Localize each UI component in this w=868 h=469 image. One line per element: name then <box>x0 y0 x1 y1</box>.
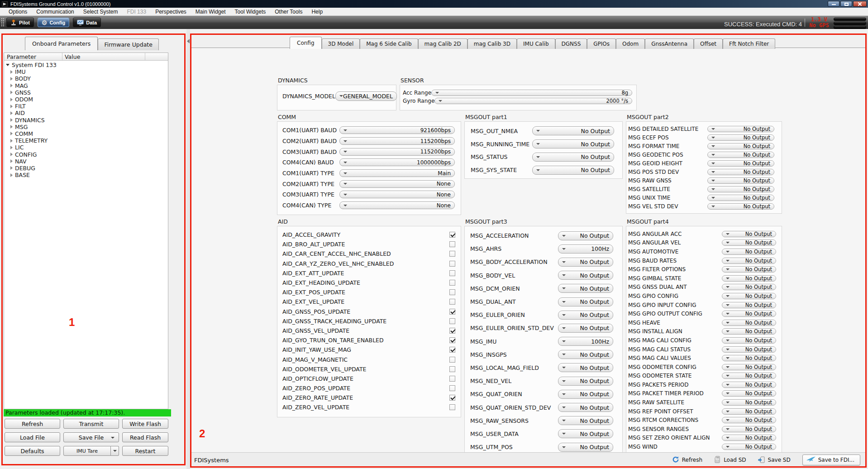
param-dropdown[interactable]: No Output <box>722 284 776 290</box>
checkbox[interactable] <box>449 299 455 305</box>
save-sd-button[interactable]: Save SD <box>758 456 791 464</box>
param-dropdown[interactable]: No Output <box>532 166 614 175</box>
param-dropdown[interactable]: 8g <box>431 90 632 96</box>
tree-item[interactable]: MAG <box>4 82 168 89</box>
menu-item-help[interactable]: Help <box>307 8 327 15</box>
param-dropdown[interactable]: No Output <box>722 302 776 308</box>
param-dropdown[interactable]: No Output <box>558 284 613 293</box>
param-dropdown[interactable]: No Output <box>722 311 776 317</box>
param-dropdown[interactable]: No Output <box>558 363 613 372</box>
param-dropdown[interactable]: No Output <box>722 346 776 353</box>
collapse-left-icon[interactable] <box>187 39 190 43</box>
param-dropdown[interactable]: No Output <box>722 239 776 246</box>
tree-collapsed-icon[interactable] <box>10 70 13 74</box>
param-dropdown[interactable]: No Output <box>707 160 774 167</box>
tab-onboard-parameters[interactable]: Onboard Parameters <box>25 37 98 50</box>
menu-item-perspectives[interactable]: Perspectives <box>151 8 191 15</box>
param-dropdown[interactable]: No Output <box>707 134 774 141</box>
menu-item-options[interactable]: Options <box>5 8 31 15</box>
panel-splitter[interactable] <box>186 29 190 469</box>
tree-item[interactable]: BASE <box>4 172 168 178</box>
param-dropdown[interactable]: No Output <box>558 324 613 333</box>
param-dropdown[interactable]: 100Hz <box>558 337 613 346</box>
tree-item[interactable]: FILT <box>4 103 168 110</box>
tab-dgnss[interactable]: DGNSS <box>555 38 587 49</box>
checkbox[interactable] <box>449 309 455 315</box>
column-header-parameter[interactable]: Parameter <box>7 53 36 60</box>
tree-collapsed-icon[interactable] <box>10 84 13 87</box>
tree-item[interactable]: AID <box>4 110 168 116</box>
tab-imu-calib[interactable]: IMU Calib <box>517 38 555 49</box>
tab-odom[interactable]: Odom <box>616 38 645 49</box>
tree-item[interactable]: LIC <box>4 144 168 151</box>
checkbox[interactable] <box>449 289 455 295</box>
param-dropdown[interactable]: No Output <box>722 390 776 397</box>
tab-mag-6-side-calib[interactable]: Mag 6 Side Calib <box>360 38 418 49</box>
param-dropdown[interactable]: No Output <box>558 311 613 320</box>
param-dropdown[interactable]: No Output <box>558 350 613 359</box>
param-dropdown[interactable]: No Output <box>722 408 776 415</box>
param-dropdown[interactable]: No Output <box>722 328 776 335</box>
minimize-button[interactable] <box>828 1 839 7</box>
param-dropdown[interactable]: No Output <box>722 249 776 255</box>
menu-item-main-widget[interactable]: Main Widget <box>191 8 230 15</box>
tree-collapsed-icon[interactable] <box>10 91 13 94</box>
param-dropdown[interactable]: No Output <box>722 337 776 344</box>
tree-item[interactable]: DYNAMICS <box>4 117 168 124</box>
tab-mag-calib-2d[interactable]: mag Calib 2D <box>418 38 467 49</box>
maximize-button[interactable] <box>840 1 852 7</box>
checkbox[interactable] <box>449 280 455 286</box>
toolbar-grip[interactable] <box>1 18 5 27</box>
checkbox[interactable] <box>449 328 455 334</box>
checkbox[interactable] <box>449 261 455 267</box>
refresh-button[interactable]: Refresh <box>5 419 60 429</box>
tree-expanded-icon[interactable] <box>6 64 10 66</box>
checkbox[interactable] <box>449 376 455 382</box>
tree-collapsed-icon[interactable] <box>10 77 13 81</box>
tree-item[interactable]: ODOM <box>4 96 168 103</box>
param-dropdown[interactable]: None <box>339 191 455 198</box>
param-dropdown[interactable]: No Output <box>722 417 776 423</box>
param-dropdown[interactable]: No Output <box>532 153 614 162</box>
tree-item[interactable]: DEBUG <box>4 165 168 172</box>
param-dropdown[interactable]: No Output <box>722 444 776 450</box>
param-dropdown[interactable]: No Output <box>722 266 776 273</box>
param-dropdown[interactable]: No Output <box>558 416 613 425</box>
tree-collapsed-icon[interactable] <box>10 132 13 135</box>
param-dropdown[interactable]: 115200bps <box>339 137 455 145</box>
tree-item-root[interactable]: System FDI 133 <box>4 62 168 68</box>
imu-tare-button-dropdown[interactable] <box>111 446 119 456</box>
param-dropdown[interactable]: No Output <box>707 169 774 175</box>
param-dropdown[interactable]: No Output <box>722 435 776 441</box>
checkbox[interactable] <box>449 251 455 257</box>
param-dropdown[interactable]: No Output <box>558 271 613 280</box>
param-dropdown[interactable]: No Output <box>722 426 776 432</box>
param-dropdown[interactable]: 2000 °/s <box>434 98 632 104</box>
checkbox[interactable] <box>449 404 455 410</box>
param-dropdown[interactable]: None <box>339 180 455 188</box>
param-dropdown[interactable]: No Output <box>722 373 776 379</box>
checkbox[interactable] <box>449 270 455 276</box>
tree-item[interactable]: MSG <box>4 124 168 130</box>
tab-3d-model[interactable]: 3D Model <box>322 38 360 49</box>
column-header-value[interactable]: Value <box>65 53 80 60</box>
param-dropdown[interactable]: No Output <box>722 399 776 406</box>
param-dropdown[interactable]: No Output <box>707 126 774 132</box>
refresh-button[interactable]: Refresh <box>672 456 702 464</box>
checkbox[interactable] <box>449 385 455 391</box>
param-dropdown[interactable]: No Output <box>532 126 614 135</box>
param-dropdown[interactable]: No Output <box>722 382 776 388</box>
param-dropdown[interactable]: No Output <box>722 293 776 299</box>
param-dropdown[interactable]: No Output <box>722 275 776 282</box>
tree-item[interactable]: TELEMETRY <box>4 137 168 144</box>
param-dropdown[interactable]: No Output <box>558 443 613 452</box>
tree-collapsed-icon[interactable] <box>10 159 13 163</box>
param-dropdown[interactable]: No Output <box>558 390 613 399</box>
menu-item-communication[interactable]: Communication <box>32 8 78 15</box>
param-dropdown[interactable]: No Output <box>558 297 613 306</box>
param-dropdown[interactable]: No Output <box>558 403 613 412</box>
param-dropdown[interactable]: 921600bps <box>339 126 455 134</box>
tree-collapsed-icon[interactable] <box>10 173 13 177</box>
tree-item[interactable]: IMU <box>4 68 168 75</box>
tree-item[interactable]: GNSS <box>4 89 168 96</box>
